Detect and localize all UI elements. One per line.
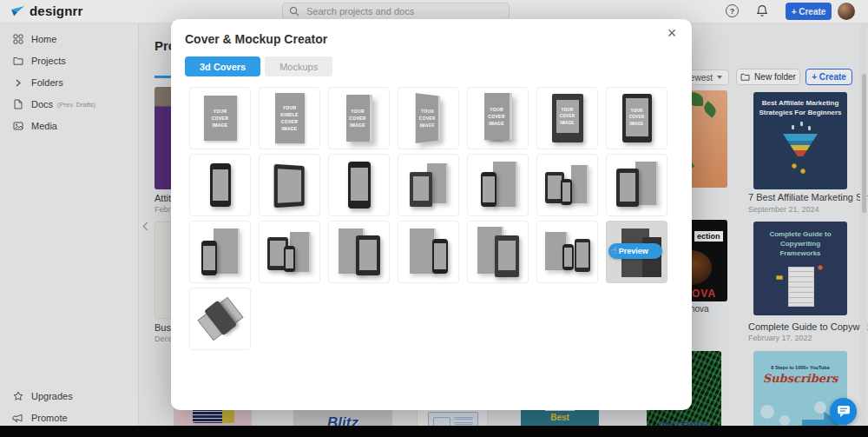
mockup-item-book-with-phone[interactable] — [398, 221, 459, 283]
tab-mockups[interactable]: Mockups — [265, 56, 332, 76]
device-set-with-book-icon — [264, 225, 316, 279]
tablet-flat-lay-icon — [194, 292, 247, 346]
mockup-item-tablet-flat-lay[interactable] — [189, 288, 251, 350]
mockup-item-e-reader[interactable]: YOUR COVER IMAGE — [536, 87, 598, 149]
phone-with-book-icon — [472, 158, 524, 212]
mockup-item-kindle-flat-cover[interactable]: YOUR KINDLE COVER IMAGE — [259, 87, 320, 149]
tablet-icon: YOUR COVER IMAGE — [611, 91, 663, 145]
cover-mockup-creator-modal: Cover & Mockup Creator × 3d Covers Mocku… — [171, 19, 692, 410]
mockup-item-hardcover-book[interactable]: YOUR COVER IMAGE — [467, 87, 529, 149]
chat-launcher[interactable] — [830, 398, 857, 425]
bottom-black-bar — [0, 426, 868, 437]
mockup-item-book-with-e-reader[interactable] — [467, 221, 529, 283]
book-with-phone-and-tablet-icon — [542, 225, 594, 279]
mockup-item-standing-book[interactable]: YOUR COVER IMAGE — [328, 87, 390, 149]
mockup-item-flat-cover[interactable]: YOUR COVER IMAGE — [189, 87, 251, 149]
mockup-item-smartphone-with-book[interactable] — [189, 221, 251, 283]
hand-cursor-icon: ☝ — [611, 246, 617, 255]
angled-tablet-icon — [264, 158, 316, 212]
e-reader-with-book-icon — [403, 158, 455, 212]
mockup-grid: YOUR COVER IMAGEYOUR KINDLE COVER IMAGEY… — [189, 87, 677, 350]
chat-icon — [837, 405, 851, 418]
preview-button[interactable]: ☝Preview — [608, 243, 662, 259]
mockup-item-phone-with-book[interactable] — [467, 154, 529, 216]
book-with-tablet-icon — [333, 225, 385, 279]
mockup-item-book-tablet-hovered[interactable]: ☝Preview — [606, 221, 667, 283]
mockup-item-e-reader-with-book[interactable] — [398, 154, 459, 216]
tablet-with-book-icon — [611, 158, 663, 212]
designrr-app: designrr ? + Create — [0, 0, 868, 437]
modal-title: Cover & Mockup Creator — [185, 32, 327, 46]
mockup-item-angled-tablet[interactable] — [259, 154, 320, 216]
mockup-item-angled-book[interactable]: YOUR COVER IMAGE — [398, 87, 459, 149]
e-reader-icon: YOUR COVER IMAGE — [542, 91, 594, 145]
mockup-item-book-with-tablet[interactable] — [328, 221, 390, 283]
kindle-flat-cover-icon: YOUR KINDLE COVER IMAGE — [264, 91, 316, 145]
angled-book-icon: YOUR COVER IMAGE — [403, 91, 455, 145]
smartphone-icon — [333, 158, 385, 212]
preview-button-label: Preview — [619, 247, 648, 255]
standing-book-icon: YOUR COVER IMAGE — [333, 91, 385, 145]
modal-tabs: 3d Covers Mockups — [185, 56, 332, 76]
mockup-item-tablet-phone-book-set[interactable] — [536, 154, 598, 216]
mockup-item-tablet-with-book[interactable] — [606, 154, 667, 216]
flat-cover-icon: YOUR COVER IMAGE — [194, 91, 247, 145]
phone-icon — [194, 158, 247, 212]
mockup-item-smartphone[interactable] — [328, 154, 390, 216]
mockup-item-phone[interactable] — [189, 154, 251, 216]
book-with-e-reader-icon — [472, 225, 524, 279]
mockup-item-tablet[interactable]: YOUR COVER IMAGE — [606, 87, 667, 149]
smartphone-with-book-icon — [194, 225, 247, 279]
mockup-item-device-set-with-book[interactable] — [259, 221, 320, 283]
tablet-phone-book-set-icon — [542, 158, 594, 212]
mockup-item-book-with-phone-and-tablet[interactable] — [536, 221, 598, 283]
hardcover-book-icon: YOUR COVER IMAGE — [472, 91, 524, 145]
close-icon[interactable]: × — [663, 24, 681, 42]
book-with-phone-icon — [403, 225, 455, 279]
tab-3d-covers[interactable]: 3d Covers — [185, 56, 260, 76]
